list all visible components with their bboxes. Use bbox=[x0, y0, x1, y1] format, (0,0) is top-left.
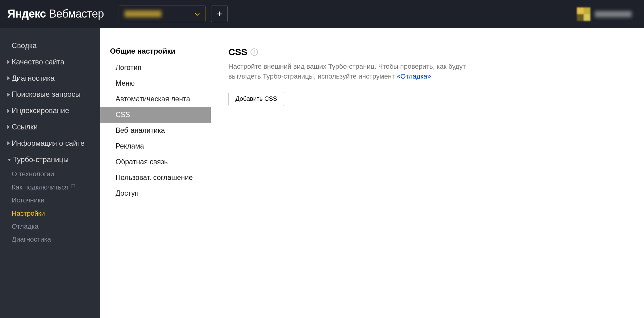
sidebar-left: Сводка Качество сайта Диагностика Поиско… bbox=[0, 28, 100, 318]
add-site-button[interactable]: + bbox=[211, 6, 228, 22]
user-area[interactable] bbox=[577, 7, 632, 21]
secondary-item-css[interactable]: CSS bbox=[100, 107, 211, 123]
secondary-item-label: Доступ bbox=[116, 189, 139, 197]
secondary-item-label: Веб-аналитика bbox=[116, 126, 165, 134]
secondary-item-menu[interactable]: Меню bbox=[100, 75, 211, 91]
site-selector-value bbox=[124, 10, 161, 17]
sidebar-sub-label: Диагностика bbox=[12, 235, 51, 243]
plus-icon: + bbox=[217, 8, 222, 20]
sidebar-sub-label: Отладка bbox=[12, 222, 39, 230]
caret-down-icon bbox=[7, 159, 11, 161]
caret-right-icon bbox=[7, 60, 10, 64]
sidebar-item-label: Ссылки bbox=[12, 123, 38, 132]
caret-right-icon bbox=[7, 76, 10, 80]
sidebar-item-indexing[interactable]: Индексирование bbox=[0, 103, 100, 119]
sidebar-sub-label: Источники bbox=[12, 196, 44, 204]
secondary-item-analytics[interactable]: Веб-аналитика bbox=[100, 123, 211, 138]
secondary-item-label: Реклама bbox=[116, 142, 144, 150]
sidebar-item-label: Индексирование bbox=[12, 106, 69, 115]
sidebar-sub-connect[interactable]: Как подключиться ❐ bbox=[0, 181, 100, 194]
body-layout: Сводка Качество сайта Диагностика Поиско… bbox=[0, 28, 644, 318]
sidebar-item-label: Поисковые запросы bbox=[12, 90, 80, 99]
sidebar-item-search-queries[interactable]: Поисковые запросы bbox=[0, 86, 100, 103]
add-css-button-label: Добавить CSS bbox=[235, 95, 277, 102]
header-bar: Яндекс Вебмастер + bbox=[0, 0, 644, 28]
main-heading-row: CSS i bbox=[228, 47, 627, 57]
secondary-item-label: Меню bbox=[116, 79, 135, 87]
sidebar-sub-debug[interactable]: Отладка bbox=[0, 220, 100, 233]
sidebar-sub-label: Настройки bbox=[12, 210, 45, 218]
avatar bbox=[577, 7, 590, 21]
logo[interactable]: Яндекс Вебмастер bbox=[7, 7, 104, 20]
sidebar-item-site-info[interactable]: Информация о сайте bbox=[0, 135, 100, 152]
secondary-item-label: Логотип bbox=[116, 63, 141, 71]
sidebar-item-label: Диагностика bbox=[12, 74, 55, 83]
chevron-down-icon bbox=[195, 10, 200, 17]
sidebar-item-turbo[interactable]: Турбо-страницы bbox=[0, 152, 100, 168]
secondary-item-feedback[interactable]: Обратная связь bbox=[100, 154, 211, 170]
info-icon[interactable]: i bbox=[251, 48, 258, 56]
page-title: CSS bbox=[228, 47, 247, 57]
sidebar-item-label: Информация о сайте bbox=[12, 139, 84, 148]
main-content: CSS i Настройте внешний вид ваших Турбо-… bbox=[211, 28, 644, 318]
sidebar-sub-label: Как подключиться bbox=[12, 183, 68, 191]
site-selector[interactable] bbox=[119, 6, 206, 22]
logo-yandex: Яндекс bbox=[7, 7, 46, 20]
caret-right-icon bbox=[7, 125, 10, 129]
secondary-item-label: Пользоват. соглашение bbox=[116, 173, 193, 181]
logo-webmaster: Вебмастер bbox=[49, 7, 104, 20]
secondary-item-agreement[interactable]: Пользоват. соглашение bbox=[100, 170, 211, 186]
secondary-item-ads[interactable]: Реклама bbox=[100, 138, 211, 154]
main-description: Настройте внешний вид ваших Турбо-страни… bbox=[228, 62, 475, 81]
caret-right-icon bbox=[7, 141, 10, 145]
caret-right-icon bbox=[7, 93, 10, 96]
secondary-item-label: Обратная связь bbox=[116, 158, 168, 166]
secondary-item-autofeed[interactable]: Автоматическая лента bbox=[100, 91, 211, 107]
secondary-item-label: CSS bbox=[116, 111, 130, 119]
sidebar-secondary: Общие настройки Логотип Меню Автоматичес… bbox=[100, 28, 211, 318]
external-link-icon: ❐ bbox=[71, 184, 75, 190]
secondary-item-access[interactable]: Доступ bbox=[100, 186, 211, 201]
sidebar-sub-about[interactable]: О технологии bbox=[0, 168, 100, 181]
secondary-item-label: Автоматическая лента bbox=[116, 95, 190, 103]
sidebar-item-label: Сводка bbox=[12, 41, 37, 50]
debug-link[interactable]: «Отладка» bbox=[397, 72, 431, 80]
sidebar-item-summary[interactable]: Сводка bbox=[0, 38, 100, 54]
sidebar-item-quality[interactable]: Качество сайта bbox=[0, 54, 100, 70]
sidebar-sub-sources[interactable]: Источники bbox=[0, 194, 100, 207]
sidebar-item-label: Турбо-страницы bbox=[13, 155, 69, 164]
caret-right-icon bbox=[7, 109, 10, 113]
sidebar-sub-label: О технологии bbox=[12, 170, 54, 178]
sidebar-sub-settings[interactable]: Настройки bbox=[0, 207, 100, 220]
username bbox=[595, 11, 632, 17]
sidebar-sub-diagnostics[interactable]: Диагностика bbox=[0, 233, 100, 246]
sidebar-item-label: Качество сайта bbox=[12, 58, 64, 67]
secondary-item-logo[interactable]: Логотип bbox=[100, 60, 211, 75]
sidebar-item-links[interactable]: Ссылки bbox=[0, 119, 100, 135]
add-css-button[interactable]: Добавить CSS bbox=[228, 92, 284, 106]
sidebar-item-diagnostics[interactable]: Диагностика bbox=[0, 70, 100, 87]
secondary-title: Общие настройки bbox=[100, 47, 211, 60]
